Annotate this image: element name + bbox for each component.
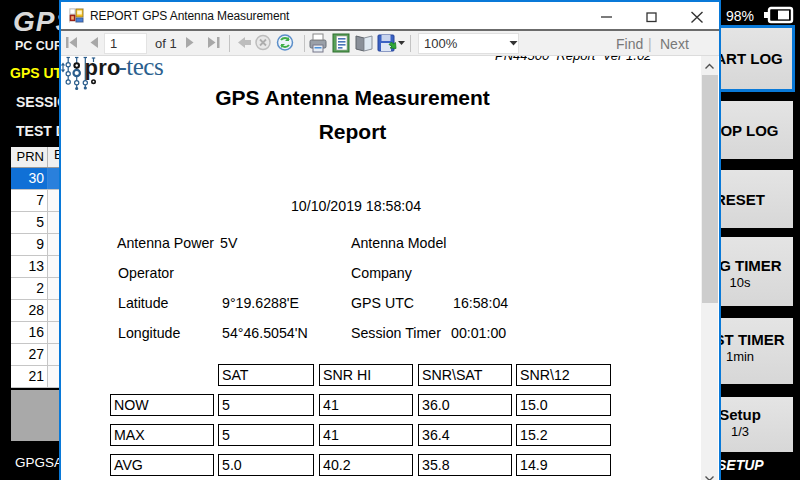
svg-text:pro: pro bbox=[84, 56, 120, 80]
svg-text:-tecs: -tecs bbox=[119, 56, 164, 80]
